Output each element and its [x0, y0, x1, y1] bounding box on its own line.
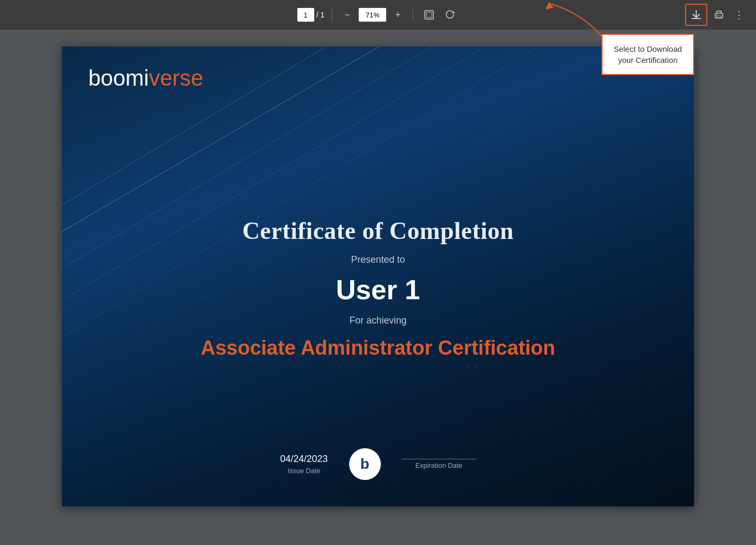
more-options-button[interactable]: ⋮: [731, 6, 748, 23]
fit-page-icon: [424, 10, 434, 20]
cert-username: User 1: [125, 274, 631, 306]
page-total: 1: [321, 11, 325, 19]
content-area: boomiverse Certificate of Completion Pre…: [0, 30, 756, 545]
cert-expiry-label: Expiration Date: [402, 461, 476, 469]
divider-1: [332, 8, 332, 21]
download-icon: [690, 9, 702, 21]
certificate-wrapper: boomiverse Certificate of Completion Pre…: [62, 47, 694, 506]
page-number-input[interactable]: [297, 8, 314, 22]
zoom-in-button[interactable]: +: [390, 7, 405, 22]
zoom-input[interactable]: [359, 8, 386, 22]
svg-point-5: [716, 14, 717, 15]
cert-logo: boomiverse: [88, 66, 203, 91]
callout-text: Select to Download your Certification: [614, 44, 682, 64]
cert-issue-date-value: 04/24/2023: [280, 454, 327, 465]
toolbar-right: ⋮: [685, 4, 748, 26]
svg-rect-0: [425, 11, 433, 19]
page-info: / 1: [297, 8, 325, 22]
cert-issue-date-section: 04/24/2023 Issue Date: [280, 454, 327, 475]
cert-footer: 04/24/2023 Issue Date b Expiration Date: [280, 448, 476, 480]
print-icon: [713, 9, 725, 21]
logo-boomi-text: boomiverse: [88, 66, 203, 91]
page-separator: /: [316, 11, 318, 19]
cert-achievement: Associate Administrator Certification: [125, 337, 631, 359]
logo-verse-text: verse: [149, 66, 203, 90]
certificate: boomiverse Certificate of Completion Pre…: [62, 47, 694, 506]
print-button[interactable]: [711, 6, 727, 23]
cert-expiry-line: [402, 459, 476, 459]
callout-arrow-svg: [538, 0, 612, 45]
rotate-button[interactable]: [442, 6, 459, 23]
callout-box: Select to Download your Certification: [602, 34, 694, 75]
logo-boomi-bold: boomi: [88, 66, 149, 90]
toolbar-center: / 1 − +: [297, 6, 459, 23]
cert-expiry-section: Expiration Date: [402, 459, 476, 469]
svg-rect-1: [426, 12, 432, 17]
cert-title: Certificate of Completion: [125, 217, 631, 245]
toolbar: / 1 − +: [0, 0, 756, 30]
zoom-out-button[interactable]: −: [340, 7, 354, 22]
divider-2: [413, 8, 413, 21]
callout-wrapper: Select to Download your Certification: [602, 34, 694, 75]
cert-boomi-badge-letter: b: [360, 456, 369, 473]
cert-boomi-badge: b: [349, 448, 381, 480]
cert-issue-date-label: Issue Date: [280, 467, 327, 475]
fit-page-button[interactable]: [421, 6, 438, 23]
cert-for-achieving: For achieving: [125, 315, 631, 326]
cert-content: Certificate of Completion Presented to U…: [125, 217, 631, 359]
download-button[interactable]: [685, 4, 707, 26]
rotate-icon: [445, 10, 456, 20]
cert-presented-to: Presented to: [125, 254, 631, 265]
